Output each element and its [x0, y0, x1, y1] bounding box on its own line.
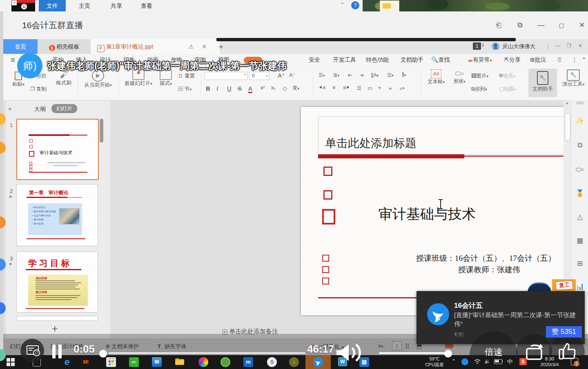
switch-shapes-icon[interactable]: ⧉ [575, 141, 584, 150]
shrink-font-button[interactable]: A⁻ [289, 72, 296, 78]
increase-indent-icon[interactable]: ⇥ [359, 72, 363, 78]
wps-restore-icon[interactable]: ❐ [567, 43, 571, 49]
bullet-list-icon[interactable]: ☰▾ [318, 72, 325, 78]
underline-button[interactable]: U [227, 85, 232, 92]
docs-count-badge[interactable]: 1 [473, 42, 481, 50]
ms-store-icon[interactable] [106, 357, 116, 367]
pause-button[interactable] [52, 345, 63, 358]
format-painter-button[interactable]: 🖌 格式刷 [53, 70, 74, 87]
strikethrough-button[interactable]: S [238, 85, 242, 92]
distribute-icon[interactable]: ▭ [368, 85, 372, 91]
panel-scrollbar[interactable] [100, 119, 103, 142]
picture-button[interactable]: 🖼图片▾ [471, 73, 488, 80]
table-panel-icon[interactable]: ▦ [575, 236, 584, 245]
share-button[interactable]: ⇱分享 [504, 56, 521, 64]
align-middle-icon[interactable]: ⫨ [389, 85, 392, 91]
qq-music-icon[interactable]: ♪ [289, 357, 299, 367]
tmall-desktop-icon[interactable]: ↗ Ω [11, 0, 35, 11]
iqiyi-icon[interactable]: iQIYI [129, 357, 139, 367]
layout-grid-icon[interactable]: ⊞ [575, 259, 584, 268]
close-button[interactable]: ✕ [577, 20, 587, 30]
collapse-ribbon-icon[interactable]: ⌃ [581, 56, 586, 63]
tab-home[interactable]: 首页 [3, 39, 38, 54]
slide2-thumbnail[interactable]: 第一章 审计概论 • 审计的含义 • 审计对象与审计职能 • 认定与审计目标 •… [16, 184, 98, 246]
reset-button[interactable]: 🗋 重置 [178, 73, 195, 80]
comment-button[interactable]: ⊞批注 [530, 56, 546, 64]
slide-teacher-line[interactable]: 授课教师：张建伟 [458, 265, 520, 275]
volume-icon[interactable] [333, 341, 366, 366]
duplicate-window-icon[interactable]: ⧉ [514, 20, 525, 30]
tray-expand-icon[interactable]: ⌃ [452, 358, 456, 364]
slide1-thumbnail[interactable]: 审计基础与技术 [16, 119, 99, 180]
font-name-input[interactable]: ▾ [204, 72, 247, 80]
danmaku-toggle-button[interactable]: ∅ [20, 339, 44, 362]
maximize-button[interactable]: ▢ [556, 20, 567, 30]
sogou-icon[interactable]: S [267, 357, 277, 367]
clock[interactable]: 8:30 2020/3/4 [534, 356, 565, 367]
sogou-tray-icon[interactable]: S [519, 358, 527, 365]
start-button[interactable] [7, 358, 15, 366]
columns-icon[interactable]: ⫼▾ [402, 72, 406, 78]
smart-effects-icon[interactable]: ✨ [575, 116, 584, 125]
like-count-badge[interactable]: 赞 5351 [546, 326, 582, 338]
presentation-tools-button[interactable]: 🔧 演示工具▾ [560, 69, 586, 88]
bold-button[interactable]: B [206, 85, 210, 92]
align-bottom-icon[interactable]: ⫠▾ [399, 85, 404, 91]
progress-handle[interactable] [99, 350, 107, 358]
tab-outline[interactable]: 大纲 [34, 106, 46, 113]
battery-icon[interactable] [494, 359, 502, 364]
shapes-panel-icon[interactable]: ⬭▫ [575, 165, 584, 174]
pyramid-icon[interactable]: △ [575, 213, 584, 222]
edge-icon[interactable]: e [62, 357, 72, 367]
text-direction-icon[interactable]: ∥A▾ [371, 72, 379, 78]
tab-docer-templates[interactable]: ❯ 稻壳模板 [38, 39, 91, 54]
decrease-indent-icon[interactable]: ⇤ [348, 72, 352, 78]
explorer-tab-share[interactable]: 共享 [103, 0, 130, 11]
doc-assistant-button[interactable]: 🔧 文档助手 [528, 69, 557, 97]
tray-dingtalk-icon[interactable] [461, 358, 468, 365]
slide4-thumbnail-partial[interactable] [16, 316, 98, 321]
line-spacing-icon[interactable]: ☰▾ [387, 72, 394, 78]
align-right-icon[interactable]: ≡⯈ [343, 85, 350, 91]
chart-panel-icon[interactable]: 📊 [575, 282, 584, 291]
italic-button[interactable]: I [216, 85, 218, 92]
grow-font-button[interactable]: A⁺ [278, 72, 285, 79]
play-from-current-button[interactable]: ▶ 从当前开始▾ [82, 69, 114, 89]
textbox-button[interactable]: A≡ 文本框▾ [425, 69, 448, 85]
photos-color-wheel-icon[interactable] [198, 357, 208, 367]
font-color-button[interactable]: A [248, 85, 252, 93]
minimize-button[interactable]: — [536, 20, 546, 30]
mail-icon[interactable]: ✉ [152, 357, 162, 367]
outline-button[interactable]: ▢轮廓▾ [499, 86, 516, 93]
explorer-tab-file[interactable]: 文件 [39, 0, 66, 11]
explorer-help-icon[interactable]: ? [351, 1, 359, 9]
menu-tab-doc-assistant[interactable]: 文档助手 [401, 56, 423, 64]
justify-icon[interactable]: ☰ [357, 85, 361, 91]
fill-button[interactable]: ⛊填充▾ [499, 73, 515, 80]
mi-icon[interactable]: MI [81, 357, 91, 367]
slide-class-line[interactable]: 授课班级：16会计（五）、17会计（五） [416, 253, 556, 264]
align-center-icon[interactable]: ≡ [332, 85, 335, 91]
menu-tab-security[interactable]: 安全 [309, 56, 320, 64]
medal-icon[interactable]: 🏅 [575, 189, 584, 198]
subscript-button[interactable]: x₂ [271, 85, 276, 91]
new-tab-button[interactable]: ＋ [215, 39, 227, 54]
wps-minimize-icon[interactable]: — [555, 43, 560, 49]
menu-tab-devtools[interactable]: 开发工具 [333, 56, 356, 64]
tab-slides[interactable]: 幻灯片 [51, 104, 77, 113]
shapes-button[interactable]: ⬭▫ 形状▾ [450, 69, 469, 85]
wps-close-icon[interactable]: ✕ [578, 43, 582, 49]
slide-main-title[interactable]: 审计基础与技术 [379, 205, 476, 224]
tab-close-icon[interactable]: ✕ [202, 39, 207, 54]
pin-window-icon[interactable]: ⎗ [493, 20, 504, 30]
tab-document[interactable]: P 第1章审计概论.ppt ⚠ ✕ [91, 39, 220, 54]
arrange-button[interactable]: ⧉排列▾ [471, 86, 487, 93]
menu-tab-features[interactable]: 特色功能 [366, 56, 389, 64]
copy-button[interactable]: ❐ 复制 [30, 86, 47, 93]
maxthon-icon[interactable]: m [243, 357, 253, 367]
action-center-icon[interactable]: 1 [571, 358, 578, 365]
back-to-work-badge[interactable]: 复工 [552, 279, 576, 291]
text-effects-icon[interactable]: 变▾ [292, 85, 299, 92]
file-explorer-icon[interactable] [175, 357, 185, 367]
volume-track[interactable] [379, 352, 448, 354]
